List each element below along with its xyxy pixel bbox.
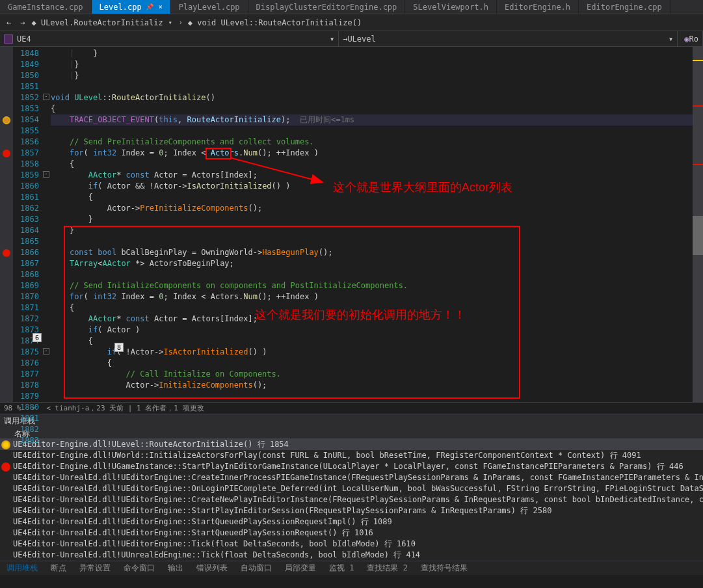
- scopebar: UE4 ▾ → ULevel ▾ ◉ Ro: [0, 31, 703, 47]
- code-line[interactable]: AActor* const Actor = Actors[Index];: [51, 170, 703, 181]
- fold-toggle[interactable]: -: [43, 94, 49, 100]
- breakpoint[interactable]: [3, 150, 10, 157]
- back-button[interactable]: ←: [4, 18, 14, 27]
- callstack-row[interactable]: UE4Editor-Engine.dll!ULevel::RouteActorI…: [0, 439, 703, 450]
- code-line[interactable]: Actor->PreInitializeComponents();: [51, 203, 703, 214]
- code-content[interactable]: | } |} |}void ULevel::RouteActorInitiali…: [51, 47, 703, 402]
- blank-icon: [1, 540, 10, 549]
- code-line[interactable]: |}: [51, 70, 703, 81]
- chevron-down-icon: ▾: [330, 34, 334, 44]
- callstack-row[interactable]: UE4Editor-UnrealEd.dll!UEditorEngine::St…: [0, 528, 703, 539]
- bottom-tab[interactable]: 查找结果 2: [360, 561, 414, 575]
- scope-class[interactable]: → ULevel ▾: [339, 31, 678, 47]
- callstack-row[interactable]: UE4Editor-Engine.dll!UGameInstance::Star…: [0, 461, 703, 472]
- fwd-button[interactable]: →: [18, 18, 27, 27]
- breakpoint-margin[interactable]: [0, 47, 13, 402]
- blame-info: < tianhj-a，23 天前 | 1 名作者，1 项更改: [46, 403, 204, 413]
- code-line[interactable]: void ULevel::RouteActorInitialize(): [51, 92, 703, 103]
- code-line[interactable]: TArray<AActor *> ActorsToBeginPlay;: [51, 258, 703, 269]
- bottom-tab[interactable]: 查找符号结果: [414, 561, 474, 575]
- code-line[interactable]: AActor* const Actor = Actors[Index];: [51, 314, 703, 325]
- nav-func[interactable]: ◆ void ULevel::RouteActorInitialize(): [188, 18, 362, 27]
- tab-displaycluster[interactable]: DisplayClusterEditorEngine.cpp: [248, 0, 406, 14]
- code-line[interactable]: for( int32 Index = 0; Index < Actors.Num…: [51, 148, 703, 159]
- code-line[interactable]: // Send InitializeComponents on componen…: [51, 280, 703, 291]
- tab-editorengine-cpp[interactable]: EditorEngine.cpp: [579, 0, 670, 14]
- callstack-text: UE4Editor-Engine.dll!UGameInstance::Star…: [13, 461, 683, 472]
- code-badge[interactable]: 6: [33, 333, 42, 342]
- chevron-right-icon: ›: [179, 19, 183, 26]
- code-line[interactable]: TRACE_OBJECT_EVENT(this, RouteActorIniti…: [51, 114, 703, 126]
- tab-level[interactable]: Level.cpp📌×: [92, 0, 171, 14]
- bottom-tab[interactable]: 断点: [44, 561, 73, 575]
- callstack-row[interactable]: UE4Editor-UnrealEd.dll!UUnrealEdEngine::…: [0, 550, 703, 561]
- blank-icon: [1, 518, 10, 527]
- callstack-row[interactable]: UE4Editor-UnrealEd.dll!UEditorEngine::Cr…: [0, 494, 703, 505]
- code-line[interactable]: [51, 126, 703, 137]
- callstack-text: UE4Editor-UnrealEd.dll!UEditorEngine::Ti…: [13, 539, 416, 550]
- bottom-tab[interactable]: 输出: [161, 561, 190, 575]
- callstack-header[interactable]: 名称: [0, 427, 703, 439]
- bottom-tab[interactable]: 命令窗口: [117, 561, 161, 575]
- code-line[interactable]: // Send PreInitializeComponents and coll…: [51, 137, 703, 148]
- callstack-text: UE4Editor-UnrealEd.dll!UEditorEngine::St…: [13, 516, 392, 528]
- code-line[interactable]: for( int32 Index = 0; Index < Actors.Num…: [51, 291, 703, 302]
- code-line[interactable]: {: [51, 159, 703, 170]
- code-line[interactable]: |}: [51, 59, 703, 70]
- fold-margin[interactable]: - - -: [42, 47, 51, 402]
- code-line[interactable]: }: [51, 225, 703, 236]
- blank-icon: [1, 485, 10, 494]
- scroll-thumb[interactable]: [693, 216, 703, 255]
- callstack-row[interactable]: UE4Editor-UnrealEd.dll!UEditorEngine::St…: [0, 516, 703, 528]
- scope-right[interactable]: ◉ Ro: [678, 31, 703, 47]
- code-line[interactable]: {: [51, 336, 703, 347]
- callstack-row[interactable]: UE4Editor-UnrealEd.dll!UEditorEngine::Cr…: [0, 472, 703, 483]
- nav-scope[interactable]: ◆ ULevel.RouteActorInitializ: [31, 18, 163, 27]
- code-line[interactable]: {: [51, 302, 703, 314]
- fold-toggle[interactable]: -: [43, 171, 49, 178]
- callstack-row[interactable]: UE4Editor-UnrealEd.dll!UEditorEngine::St…: [0, 505, 703, 516]
- current-frame-icon: [1, 440, 10, 449]
- tab-gameinstance[interactable]: GameInstance.cpp: [0, 0, 92, 14]
- close-icon[interactable]: ×: [159, 3, 163, 10]
- bottom-tab[interactable]: 错误列表: [190, 561, 234, 575]
- callstack-row[interactable]: UE4Editor-UnrealEd.dll!UEditorEngine::On…: [0, 483, 703, 494]
- tab-editorengine-h[interactable]: EditorEngine.h: [497, 0, 579, 14]
- code-line[interactable]: if( Actor && !Actor->IsActorInitialized(…: [51, 181, 703, 192]
- vscrollbar[interactable]: [693, 47, 703, 402]
- code-line[interactable]: if( Actor ): [51, 325, 703, 336]
- code-line[interactable]: [51, 236, 703, 247]
- code-line[interactable]: {: [51, 358, 703, 369]
- code-editor[interactable]: 1848184918501851185218531854185518561857…: [0, 47, 703, 402]
- code-line[interactable]: const bool bCallBeginPlay = OwningWorld-…: [51, 247, 703, 258]
- pin-icon[interactable]: 📌: [146, 3, 153, 10]
- tab-playlevel[interactable]: PlayLevel.cpp: [171, 0, 248, 14]
- callstack-text: UE4Editor-UnrealEd.dll!UEditorEngine::St…: [13, 505, 551, 516]
- code-line[interactable]: [51, 269, 703, 280]
- callstack-text: UE4Editor-UnrealEd.dll!UEditorEngine::Cr…: [13, 472, 703, 483]
- fold-toggle[interactable]: -: [43, 348, 49, 354]
- bottom-tab[interactable]: 局部变量: [278, 561, 323, 575]
- breakpoint-current[interactable]: [3, 116, 10, 124]
- code-line[interactable]: // Call Initialize on Components.: [51, 369, 703, 380]
- code-line[interactable]: if( !Actor->IsActorInitialized() ): [51, 347, 703, 358]
- tab-slevelviewport[interactable]: SLevelViewport.h: [405, 0, 497, 14]
- code-line[interactable]: | }: [51, 48, 703, 59]
- breakpoint[interactable]: [3, 249, 10, 257]
- chevron-down-icon[interactable]: ▾: [168, 19, 172, 26]
- bottom-tab[interactable]: 调用堆栈: [0, 561, 44, 575]
- scope-project[interactable]: UE4 ▾: [0, 31, 339, 47]
- code-line[interactable]: Actor->InitializeComponents();: [51, 380, 703, 391]
- chevron-down-icon: ▾: [669, 34, 673, 44]
- callstack-row[interactable]: UE4Editor-Engine.dll!UWorld::InitializeA…: [0, 450, 703, 461]
- code-line[interactable]: [51, 391, 703, 402]
- bottom-tab[interactable]: 异常设置: [73, 561, 117, 575]
- code-line[interactable]: {: [51, 192, 703, 203]
- bottom-tab[interactable]: 自动窗口: [234, 561, 278, 575]
- bottom-tab[interactable]: 监视 1: [323, 561, 360, 575]
- code-line[interactable]: }: [51, 214, 703, 225]
- code-line[interactable]: [51, 81, 703, 92]
- code-badge[interactable]: 8: [114, 343, 124, 352]
- code-line[interactable]: {: [51, 103, 703, 114]
- callstack-row[interactable]: UE4Editor-UnrealEd.dll!UEditorEngine::Ti…: [0, 539, 703, 550]
